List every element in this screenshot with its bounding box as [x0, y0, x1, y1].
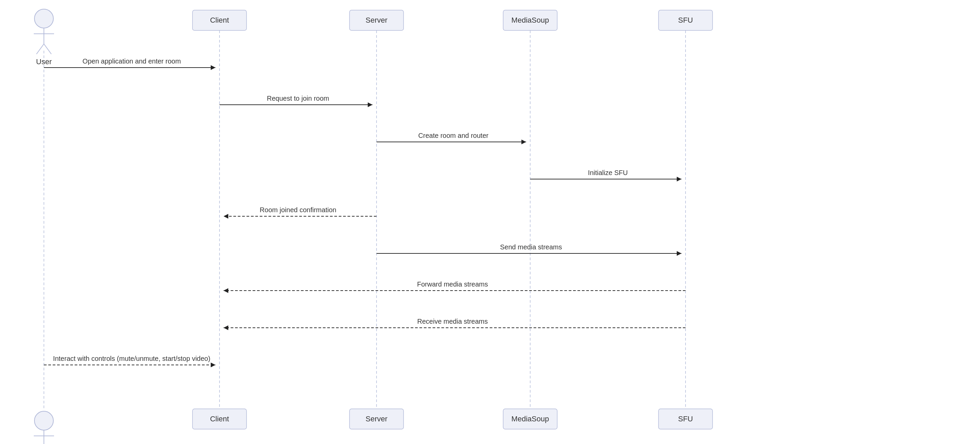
svg-text:Send media streams: Send media streams — [500, 243, 562, 251]
svg-marker-52 — [224, 288, 228, 293]
svg-marker-55 — [224, 326, 228, 330]
svg-text:Interact with controls (mute/u: Interact with controls (mute/unmute, sta… — [53, 355, 210, 362]
svg-rect-11 — [192, 10, 247, 30]
svg-point-19 — [35, 411, 53, 430]
svg-rect-27 — [350, 409, 404, 429]
svg-text:SFU: SFU — [678, 16, 693, 24]
svg-marker-37 — [368, 102, 372, 107]
svg-text:Open application and enter roo: Open application and enter room — [83, 57, 181, 65]
svg-text:Request to join room: Request to join room — [267, 94, 329, 102]
svg-marker-58 — [211, 363, 215, 367]
svg-line-9 — [44, 44, 51, 54]
svg-text:Server: Server — [366, 16, 388, 24]
svg-marker-40 — [522, 139, 526, 144]
svg-text:Forward media streams: Forward media streams — [417, 281, 488, 288]
svg-marker-34 — [211, 65, 215, 70]
svg-rect-13 — [350, 10, 404, 30]
svg-rect-17 — [659, 10, 713, 30]
diagram-svg: UserClientServerMediaSoupSFUUserClientSe… — [0, 0, 980, 444]
svg-rect-25 — [192, 409, 247, 429]
svg-text:SFU: SFU — [678, 415, 693, 423]
svg-text:Client: Client — [210, 16, 229, 24]
svg-text:Create room and router: Create room and router — [418, 132, 488, 139]
svg-marker-49 — [677, 251, 681, 256]
svg-text:Initialize SFU: Initialize SFU — [588, 169, 628, 176]
svg-rect-29 — [503, 409, 557, 429]
svg-rect-15 — [503, 10, 557, 30]
svg-text:MediaSoup: MediaSoup — [511, 415, 549, 423]
sequence-diagram: UserClientServerMediaSoupSFUUserClientSe… — [0, 0, 980, 444]
svg-marker-46 — [224, 214, 228, 219]
svg-text:Server: Server — [366, 415, 388, 423]
svg-point-5 — [35, 9, 53, 28]
svg-marker-43 — [677, 177, 681, 182]
svg-text:Room joined confirmation: Room joined confirmation — [260, 206, 336, 214]
svg-line-8 — [37, 44, 44, 54]
svg-text:Receive media streams: Receive media streams — [417, 318, 488, 325]
svg-rect-31 — [659, 409, 713, 429]
svg-text:Client: Client — [210, 415, 229, 423]
svg-text:User: User — [36, 57, 52, 66]
svg-text:MediaSoup: MediaSoup — [511, 16, 549, 24]
